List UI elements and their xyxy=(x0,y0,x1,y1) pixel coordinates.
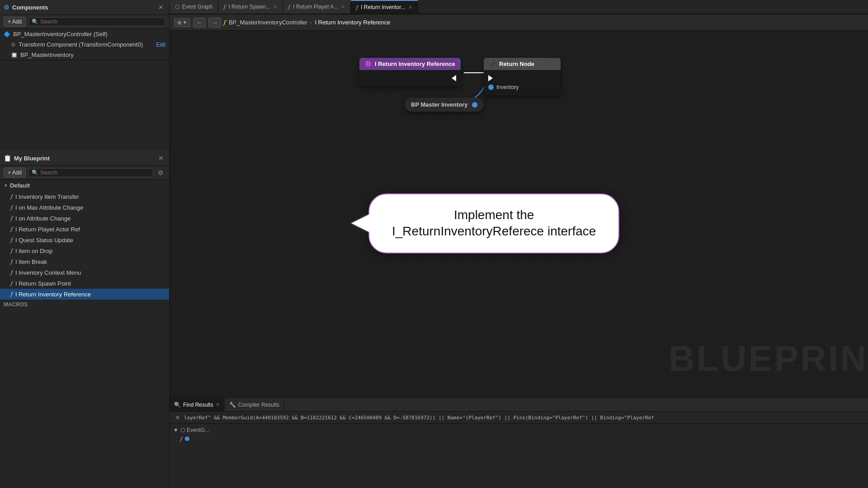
node-inv-ref-title: I Return Inventory Reference xyxy=(375,61,455,67)
bp-func-icon-2: 𝒇 xyxy=(11,215,13,222)
tab-return-inv-ref-label: I Return Inventor... xyxy=(361,4,406,10)
return-spawn-tab-icon: 𝒇 xyxy=(224,4,226,10)
zoom-chevron: ▼ xyxy=(183,20,187,25)
macros-label: MACROS xyxy=(0,300,169,310)
node-return-inv-row: Inventory xyxy=(484,83,561,92)
return-inv-ref-tab-icon: 𝒇 xyxy=(356,4,358,10)
filter-clear-button[interactable]: ✕ xyxy=(173,413,182,422)
node-return-inv-ref[interactable]: 🟣 I Return Inventory Reference xyxy=(359,58,461,86)
search-icon: 🔍 xyxy=(32,19,38,25)
breadcrumb-bar: ⊕ ▼ ← → 𝒇 BP_MasterInventoryController ›… xyxy=(170,14,868,31)
search-filter-row: ✕ xyxy=(170,412,868,424)
bp-func-icon-9: 𝒇 xyxy=(11,291,13,298)
node-return-inv-ref-header: 🟣 I Return Inventory Reference xyxy=(359,58,461,70)
bp-item-return-spawn[interactable]: 𝒇 I Return Spawn Point xyxy=(0,278,169,289)
result-group-chevron: ▼ xyxy=(173,427,179,433)
bp-func-icon-8: 𝒇 xyxy=(11,280,13,287)
default-section-label: Default xyxy=(10,182,30,189)
components-panel: ⚙ Components ✕ + Add 🔍 🔷 BP_MasterInvent… xyxy=(0,0,169,60)
node-inv-ref-body xyxy=(359,70,461,86)
bp-item-on-attr[interactable]: 𝒇 I on Attribute Change xyxy=(0,213,169,224)
graph-area[interactable]: 🟣 I Return Inventory Reference ⬛ Re xyxy=(170,31,868,398)
result-group-label: EventG... xyxy=(187,427,209,433)
forward-button[interactable]: → xyxy=(208,18,221,28)
node-inv-ref-exec-out xyxy=(452,75,456,81)
components-panel-header: ⚙ Components ✕ xyxy=(0,0,169,15)
bp-item-inv-context[interactable]: 𝒇 I Inventory Context Menu xyxy=(0,267,169,278)
node-return-body: Inventory xyxy=(484,70,561,95)
node-return-header: ⬛ Return Node xyxy=(484,58,561,70)
watermark: BLUEPRIN xyxy=(669,338,868,380)
bp-item-return-inv-ref[interactable]: 𝒇 I Return Inventory Reference xyxy=(0,289,169,300)
node-return-icon: ⬛ xyxy=(489,61,496,67)
mybp-panel-title: My Blueprint xyxy=(14,155,154,162)
node-return-exec-in xyxy=(488,75,493,81)
mybp-toolbar: + Add 🔍 ⚙ xyxy=(0,166,169,180)
node-bp-master-inv[interactable]: BP Master Inventory xyxy=(405,98,484,112)
tooltip-bubble: Implement the I_ReturnInventoryReferece … xyxy=(368,193,619,253)
bp-master-inv-label: BP_MasterInventory xyxy=(20,52,74,58)
bp-func-icon-3: 𝒇 xyxy=(11,225,13,233)
transform-label: Transform Component (TransformComponent0… xyxy=(19,41,143,48)
bottom-panel: 🔍 Find Results ✕ 🔧 Compiler Results ✕ xyxy=(170,398,868,488)
node-return-inv-label: Inventory xyxy=(496,84,519,90)
tab-return-playet[interactable]: 𝒇 I Return Playet A... ✕ xyxy=(283,0,351,14)
bp-item-item-on-drop[interactable]: 𝒇 I Item on Drop xyxy=(0,245,169,256)
mybp-search-input[interactable] xyxy=(40,169,150,176)
breadcrumb-func-icon: 𝒇 xyxy=(224,19,226,26)
bp-item-on-max-attr[interactable]: 𝒇 I on Max Attribute Change xyxy=(0,202,169,213)
bottom-tab-find-results[interactable]: 🔍 Find Results ✕ xyxy=(170,398,225,411)
tab-return-spawn-close[interactable]: ✕ xyxy=(273,4,277,10)
node-inv-ref-exec-row xyxy=(359,74,461,83)
mybp-search-box: 🔍 xyxy=(28,168,153,177)
mybp-close-button[interactable]: ✕ xyxy=(156,154,165,163)
filter-input[interactable] xyxy=(184,415,864,421)
tab-return-inv-ref[interactable]: 𝒇 I Return Inventor... ✕ xyxy=(351,0,418,14)
tooltip-line1: Implement the I_ReturnInventoryReferece … xyxy=(392,207,596,240)
result-func-icon: 𝒇 xyxy=(180,436,182,442)
node-return[interactable]: ⬛ Return Node Inventory xyxy=(484,58,561,95)
components-close-button[interactable]: ✕ xyxy=(156,3,165,12)
back-button[interactable]: ← xyxy=(193,18,206,28)
bottom-tab-bar: 🔍 Find Results ✕ 🔧 Compiler Results xyxy=(170,398,868,412)
component-transform[interactable]: ⚙ Transform Component (TransformComponen… xyxy=(0,39,169,50)
components-toolbar: + Add 🔍 xyxy=(0,15,169,29)
mybp-add-button[interactable]: + Add xyxy=(4,168,26,178)
transform-icon: ⚙ xyxy=(11,42,16,48)
mybp-panel-header: 📋 My Blueprint ✕ xyxy=(0,151,169,166)
bp-master-inv-icon: 🔲 xyxy=(11,52,18,58)
breadcrumb-blueprint: BP_MasterInventoryController xyxy=(229,19,307,26)
node-bp-master-title: BP Master Inventory xyxy=(411,101,469,108)
bp-item-item-transfer[interactable]: 𝒇 I Inventory Item Transfer xyxy=(0,191,169,202)
default-section-header[interactable]: ▼ Default xyxy=(0,180,169,191)
component-bp-master[interactable]: 🔷 BP_MasterInventoryController (Self) xyxy=(0,29,169,39)
components-search-box: 🔍 xyxy=(28,17,165,26)
components-search-input[interactable] xyxy=(40,19,162,25)
tab-return-inv-ref-close[interactable]: ✕ xyxy=(408,5,412,10)
transform-edit-button[interactable]: Edit xyxy=(156,42,165,48)
components-add-button[interactable]: + Add xyxy=(4,17,26,27)
tab-return-spawn-label: I Return Spawn... xyxy=(228,4,270,10)
tab-bar: ⬡ Event Graph 𝒇 I Return Spawn... ✕ 𝒇 I … xyxy=(170,0,868,14)
result-group-icon: ⬡ xyxy=(180,427,185,433)
bp-func-icon-0: 𝒇 xyxy=(11,193,13,200)
tab-return-playet-close[interactable]: ✕ xyxy=(341,4,345,10)
bp-func-icon-4: 𝒇 xyxy=(11,236,13,244)
bp-item-return-playet[interactable]: 𝒇 I Return Playet Actor Ref xyxy=(0,224,169,235)
components-panel-title: Components xyxy=(12,4,154,11)
default-section-chevron: ▼ xyxy=(4,183,8,188)
bp-func-icon-1: 𝒇 xyxy=(11,204,13,211)
bp-item-quest-status[interactable]: 𝒇 I Quest Status Update xyxy=(0,235,169,245)
components-icon: ⚙ xyxy=(4,4,9,11)
result-group-header[interactable]: ▼ ⬡ EventG... xyxy=(170,426,868,435)
bp-item-item-break[interactable]: 𝒇 I Item Break xyxy=(0,256,169,267)
tab-event-graph[interactable]: ⬡ Event Graph xyxy=(170,0,218,14)
bottom-tab-compiler[interactable]: 🔧 Compiler Results xyxy=(225,398,284,411)
zoom-mode-button[interactable]: ⊕ ▼ xyxy=(174,18,190,27)
component-bp-master-inv[interactable]: 🔲 BP_MasterInventory xyxy=(0,50,169,60)
mybp-settings-button[interactable]: ⚙ xyxy=(156,168,165,177)
bp-func-icon-7: 𝒇 xyxy=(11,269,13,276)
find-results-close[interactable]: ✕ xyxy=(216,402,220,408)
tab-return-spawn[interactable]: 𝒇 I Return Spawn... ✕ xyxy=(218,0,283,14)
result-item-func[interactable]: 𝒇 xyxy=(170,435,868,443)
